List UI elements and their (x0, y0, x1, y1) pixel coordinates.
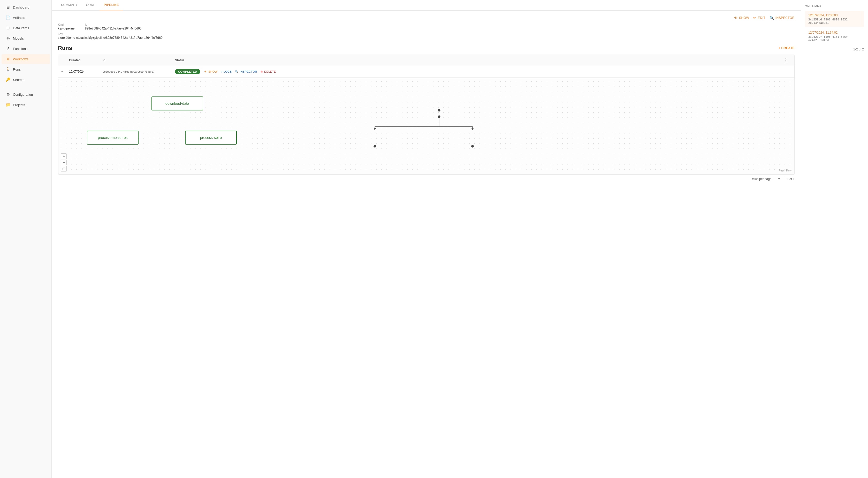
zoom-out-button[interactable]: − (61, 159, 67, 165)
eye-icon: 👁 (734, 16, 738, 20)
pagination-bar: Rows per page: 10 ▾ 1-1 of 1 (58, 175, 795, 183)
run-inspector-button[interactable]: 🔍 INSPECTOR (235, 70, 257, 73)
content-area: 👁 SHOW ✏ EDIT 🔍 INSPECTOR Kind kfp+pipel… (52, 10, 801, 478)
pipeline-diagram[interactable]: download-data process-measures process-s… (58, 79, 794, 174)
rows-per-page-select[interactable]: 10 ▾ (774, 177, 780, 181)
zoom-fit-button[interactable]: ⊡ (61, 166, 67, 172)
versions-count: 1-2 of 2 (805, 48, 864, 51)
version-date-0: 12/07/2024, 11:36:03 (808, 13, 861, 17)
tabs-bar: SUMMARY CODE PIPELINE (52, 0, 801, 10)
version-hash-0: 3cb359bd-7208-4618-9532-2e21345ac2a1 (808, 18, 861, 25)
meta-id-value: 898e7589-542a-431f-a7ae-e264f4cf5d60 (85, 27, 142, 30)
sidebar: ⊞ Dashboard 📄 Artifacts ⊟ Data items ◎ M… (0, 0, 52, 478)
run-show-button[interactable]: 👁 SHOW (205, 70, 218, 73)
runs-header: Runs + CREATE (58, 45, 795, 52)
run-created-date: 12/07/2024 (69, 70, 103, 73)
svg-point-5 (438, 109, 440, 112)
artifacts-icon: 📄 (6, 15, 10, 20)
more-options-button[interactable]: ⋮ (783, 57, 791, 63)
sidebar-item-label: Projects (13, 103, 25, 107)
chevron-down-icon: ▾ (61, 70, 63, 73)
meta-kind-label: Kind (58, 23, 74, 26)
pipeline-node-download-data[interactable]: download-data (152, 96, 203, 111)
runs-table: Created Id Status ⋮ ▾ 12/07/2024 9c20deb… (58, 55, 795, 175)
versions-title: VERSIONS (805, 4, 864, 7)
status-badge: COMPLETED (175, 69, 200, 74)
rows-per-page-value: 10 (774, 177, 777, 181)
tab-summary[interactable]: SUMMARY (57, 0, 82, 10)
tab-pipeline[interactable]: PIPELINE (99, 0, 123, 10)
pagination-range: 1-1 of 1 (784, 177, 795, 181)
run-logs-button[interactable]: ≡ LOGS (221, 70, 232, 73)
meta-kind: Kind kfp+pipeline (58, 23, 74, 30)
sidebar-item-artifacts[interactable]: 📄 Artifacts (2, 13, 50, 23)
sidebar-item-label: Configuration (13, 93, 33, 96)
pipeline-connections (58, 79, 794, 174)
logs-icon: ≡ (221, 70, 222, 73)
delete-icon: 🗑 (260, 70, 263, 73)
pipeline-node-process-spire[interactable]: process-spire (185, 130, 237, 145)
secrets-icon: 🔑 (6, 77, 10, 82)
sidebar-item-label: Data items (13, 26, 29, 30)
top-toolbar: 👁 SHOW ✏ EDIT 🔍 INSPECTOR (58, 16, 795, 20)
rows-per-page: Rows per page: 10 ▾ (751, 177, 780, 181)
meta-key-value: store://demo-etl/tasks/kfp+pipeline/898e… (58, 36, 795, 39)
meta-key: Key store://demo-etl/tasks/kfp+pipeline/… (58, 32, 795, 39)
dashboard-icon: ⊞ (6, 5, 10, 9)
expand-row-button[interactable]: ▾ (61, 70, 69, 73)
sidebar-item-functions[interactable]: f Functions (2, 44, 50, 54)
zoom-controls: + − ⊡ (61, 153, 67, 172)
sidebar-divider (3, 87, 48, 87)
configuration-icon: ⚙ (6, 92, 10, 97)
svg-point-10 (471, 145, 474, 148)
projects-icon: 📁 (6, 102, 10, 107)
sidebar-item-projects[interactable]: 📁 Projects (2, 100, 50, 110)
show-button[interactable]: 👁 SHOW (734, 16, 749, 20)
svg-point-6 (438, 115, 440, 118)
functions-icon: f (6, 46, 10, 51)
inspector-icon-small: 🔍 (235, 70, 239, 73)
versions-panel: VERSIONS 12/07/2024, 11:36:03 3cb359bd-7… (801, 0, 868, 478)
sidebar-item-runs[interactable]: 🚶 Runs (2, 64, 50, 74)
svg-point-9 (373, 145, 376, 148)
runs-title: Runs (58, 45, 72, 52)
react-flow-label: React Flow (779, 169, 792, 172)
sidebar-item-label: Models (13, 36, 24, 40)
eye-icon-small: 👁 (205, 70, 207, 73)
run-status-actions: COMPLETED 👁 SHOW ≡ LOGS 🔍 INSPECTOR (175, 69, 783, 74)
sidebar-item-configuration[interactable]: ⚙ Configuration (2, 89, 50, 99)
sidebar-item-workflows[interactable]: ⧉ Workflows (2, 54, 50, 64)
create-button[interactable]: + CREATE (778, 46, 795, 50)
inspector-button[interactable]: 🔍 INSPECTOR (770, 16, 795, 20)
sidebar-item-label: Functions (13, 47, 27, 51)
sidebar-item-models[interactable]: ◎ Models (2, 33, 50, 43)
version-item-1[interactable]: 12/07/2024, 11:34:02 339d209f-f19f-4131-… (805, 28, 864, 44)
edit-button[interactable]: ✏ EDIT (753, 16, 765, 20)
table-row: ▾ 12/07/2024 9c20debc-d44e-48ec-bb0a-0cc… (58, 66, 794, 78)
col-id: Id (103, 58, 175, 62)
pipeline-node-process-measures[interactable]: process-measures (87, 130, 138, 145)
sidebar-item-dashboard[interactable]: ⊞ Dashboard (2, 2, 50, 12)
sidebar-item-data-items[interactable]: ⊟ Data items (2, 23, 50, 33)
meta-id-label: Id (85, 23, 142, 26)
meta-section: Kind kfp+pipeline Id 898e7589-542a-431f-… (58, 23, 795, 39)
sidebar-item-label: Secrets (13, 78, 24, 82)
version-date-1: 12/07/2024, 11:34:02 (808, 31, 861, 34)
inspector-icon: 🔍 (770, 16, 774, 20)
data-items-icon: ⊟ (6, 26, 10, 30)
meta-id: Id 898e7589-542a-431f-a7ae-e264f4cf5d60 (85, 23, 142, 30)
zoom-in-button[interactable]: + (61, 153, 67, 159)
runs-icon: 🚶 (6, 67, 10, 72)
models-icon: ◎ (6, 36, 10, 40)
sidebar-item-label: Dashboard (13, 5, 29, 9)
meta-row-kind-id: Kind kfp+pipeline Id 898e7589-542a-431f-… (58, 23, 795, 30)
sidebar-item-label: Runs (13, 67, 21, 71)
tab-code[interactable]: CODE (82, 0, 100, 10)
main-content: SUMMARY CODE PIPELINE 👁 SHOW ✏ EDIT 🔍 IN… (52, 0, 801, 478)
sidebar-item-label: Workflows (13, 57, 28, 61)
sidebar-item-secrets[interactable]: 🔑 Secrets (2, 75, 50, 85)
version-item-0[interactable]: 12/07/2024, 11:36:03 3cb359bd-7208-4618-… (805, 11, 864, 27)
meta-key-label: Key (58, 32, 795, 35)
sidebar-item-label: Artifacts (13, 16, 25, 20)
run-delete-button[interactable]: 🗑 DELETE (260, 70, 276, 73)
